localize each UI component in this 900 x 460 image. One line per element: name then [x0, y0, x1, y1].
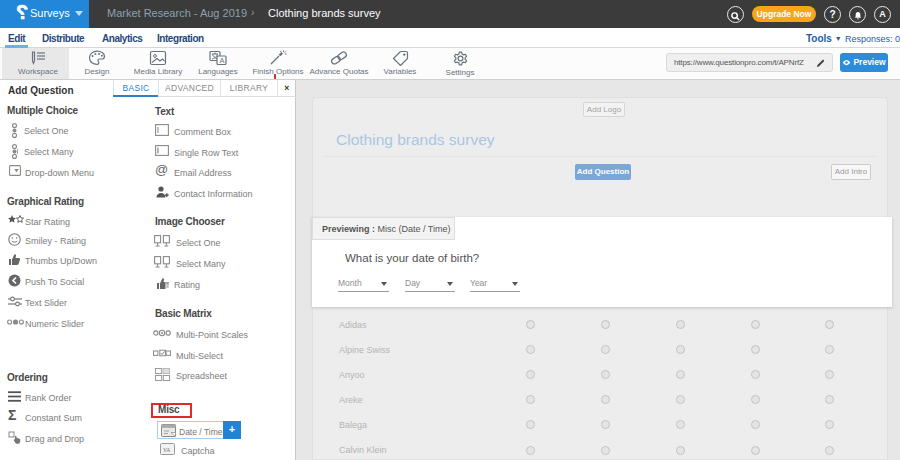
svg-text:A: A [220, 56, 225, 65]
svg-text:VA: VA [163, 447, 170, 453]
